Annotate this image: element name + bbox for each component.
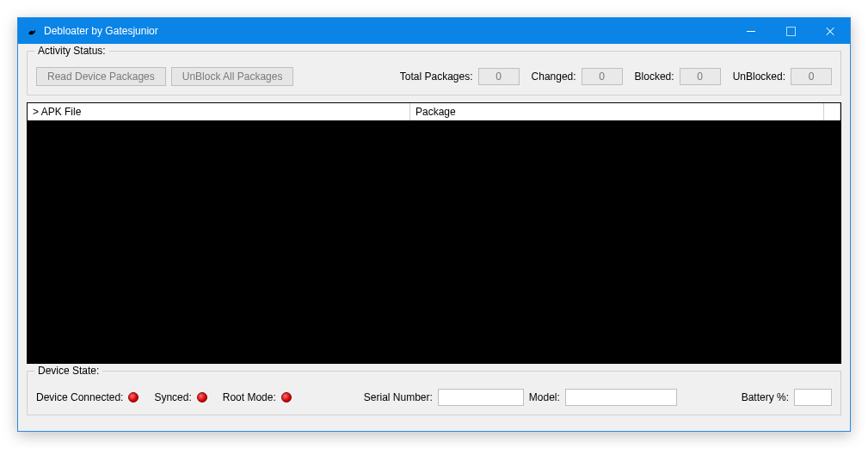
client-area: Activity Status: Read Device Packages Un…: [18, 44, 850, 431]
unblocked-value: 0: [791, 68, 832, 85]
table-body[interactable]: [28, 120, 840, 363]
column-package[interactable]: Package: [410, 103, 823, 120]
total-packages-value: 0: [478, 68, 520, 85]
root-mode-led-icon: [281, 392, 292, 403]
unblocked-label: UnBlocked:: [733, 71, 785, 83]
device-connected-led-icon: [128, 392, 139, 403]
activity-status-legend: Activity Status:: [34, 45, 109, 57]
changed-label: Changed:: [532, 71, 576, 83]
model-label: Model:: [529, 391, 560, 403]
changed-value: 0: [582, 68, 623, 85]
close-button[interactable]: [810, 18, 850, 44]
activity-status-group: Activity Status: Read Device Packages Un…: [27, 51, 841, 95]
total-packages-label: Total Packages:: [400, 71, 473, 83]
blocked-value: 0: [680, 68, 721, 85]
serial-number-field[interactable]: [438, 389, 524, 406]
device-state-legend: Device State:: [34, 365, 102, 377]
unblock-all-packages-button[interactable]: UnBlock All Packages: [171, 67, 294, 86]
packages-table[interactable]: > APK File Package: [27, 102, 841, 364]
read-device-packages-button[interactable]: Read Device Packages: [36, 67, 166, 86]
root-mode-label: Root Mode:: [223, 391, 276, 403]
synced-label: Synced:: [154, 391, 191, 403]
titlebar[interactable]: Debloater by Gatesjunior: [18, 18, 850, 44]
battery-field[interactable]: [794, 389, 832, 406]
battery-label: Battery %:: [742, 391, 789, 403]
table-header: > APK File Package: [28, 103, 840, 120]
app-window: Debloater by Gatesjunior Activity Status…: [17, 17, 851, 432]
app-icon: [25, 24, 39, 38]
device-state-group: Device State: Device Connected: Synced: …: [27, 371, 841, 415]
column-spacer: [823, 103, 840, 120]
minimize-button[interactable]: [731, 18, 771, 44]
synced-led-icon: [197, 392, 207, 403]
model-field[interactable]: [565, 389, 677, 406]
device-connected-label: Device Connected:: [36, 391, 123, 403]
window-title: Debloater by Gatesjunior: [44, 25, 158, 37]
serial-number-label: Serial Number:: [364, 391, 433, 403]
maximize-button[interactable]: [771, 18, 810, 44]
blocked-label: Blocked:: [635, 71, 674, 83]
column-apk-file[interactable]: > APK File: [28, 103, 410, 120]
